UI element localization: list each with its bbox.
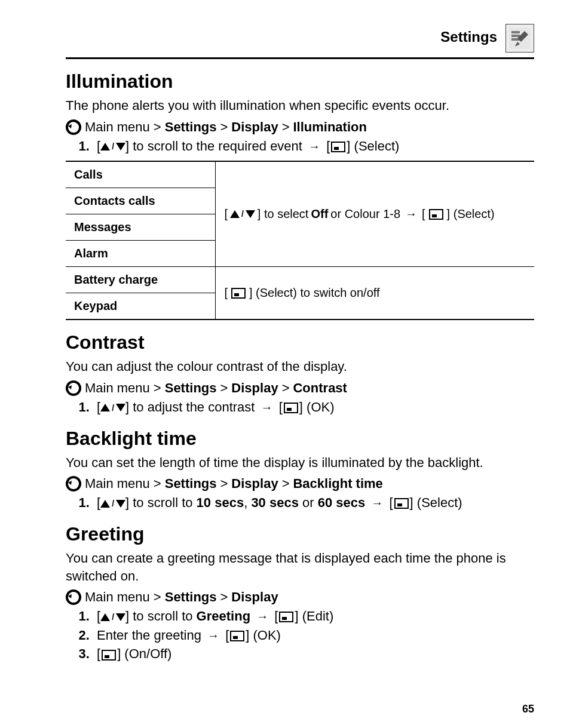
tools-icon [509,27,531,49]
nav-root: Main menu [85,118,150,136]
breadcrumb-greeting: Main menu > Settings > Display [66,588,534,606]
text: ] to scroll to [125,609,197,623]
gt: > [220,475,228,493]
event-action: [/] to select Off or Colour 1-8 → [] (Se… [216,161,534,267]
text: ] (Select) [447,206,495,222]
nav-root: Main menu [85,475,150,493]
heading-backlight: Backlight time [66,426,534,451]
heading-greeting: Greeting [66,521,534,547]
nav-arrow-icon [66,589,81,605]
settings-tools-icon [505,24,534,53]
step-1: [/] to scroll to 10 secs, 30 secs or 60 … [93,494,534,512]
softkey-icon [394,498,409,509]
arrow-right-icon: → [308,139,320,155]
event-name: Calls [66,161,216,188]
nav-p2: Display [231,379,278,397]
opt-10: 10 secs [197,495,244,510]
gt: > [220,588,228,606]
arrow-right-icon: → [256,609,268,625]
nav-arrow-icon [66,119,81,135]
text: , [244,495,251,510]
lead-greeting: You can create a greeting message that i… [66,549,534,585]
page-header: Settings [66,24,534,53]
lead-backlight: You can set the length of time the displ… [66,454,534,472]
text: ] to select [258,206,309,222]
nav-root: Main menu [85,379,150,397]
softkey-icon [279,612,293,622]
arrow-right-icon: → [405,206,417,222]
softkey-icon [230,631,244,641]
steps-greeting: [/] to scroll to Greeting → [] (Edit) En… [76,607,534,663]
gt: > [220,118,228,136]
nav-root: Main menu [85,588,150,606]
steps-illumination: [/] to scroll to the required event → []… [76,137,534,155]
text: ] (OK) [246,628,281,643]
nav-p1: Settings [165,118,217,136]
breadcrumb-illumination: Main menu > Settings > Display > Illumin… [66,118,534,136]
step-1: [/] to scroll to Greeting → [] (Edit) [93,607,534,625]
arrow-right-icon: → [207,628,219,644]
nav-p2: Display [231,475,278,493]
nav-p3: Backlight time [293,475,382,493]
text: ] to adjust the contrast [125,400,259,414]
lead-contrast: You can adjust the colour contrast of th… [66,358,534,376]
text: [ [224,285,228,301]
event-name: Alarm [66,241,216,267]
up-down-key-icon: / [100,612,125,623]
header-rule [66,57,534,59]
text: [ [274,609,278,623]
nav-p3: Illumination [293,118,366,136]
table-row: Battery charge [] (Select) to switch on/… [66,267,534,293]
arrow-right-icon: → [371,495,383,511]
text: [ [97,646,100,661]
text: or Colour 1-8 [330,206,400,222]
gt: > [154,379,161,397]
header-section-label: Settings [440,27,497,53]
gt: > [282,118,290,136]
event-name: Messages [66,214,216,241]
nav-p2: Display [231,118,278,136]
up-down-key-icon: / [100,141,125,152]
text: or [299,495,318,510]
opt-30: 30 secs [251,495,299,510]
text: [ [225,628,229,643]
text: [ [422,206,425,222]
softkey-icon [284,403,298,413]
softkey-icon [102,650,116,661]
heading-illumination: Illumination [66,69,534,94]
off-label: Off [311,206,328,222]
text: ] to scroll to [125,495,197,510]
opt-60: 60 secs [318,495,366,510]
greeting-target: Greeting [197,609,250,623]
gt: > [282,379,290,397]
nav-p1: Settings [165,379,217,397]
breadcrumb-backlight: Main menu > Settings > Display > Backlig… [66,475,534,493]
softkey-icon [331,142,345,152]
breadcrumb-contrast: Main menu > Settings > Display > Contras… [66,379,534,397]
illumination-events-table: Calls [/] to select Off or Colour 1-8 → … [66,161,534,320]
gt: > [154,475,161,493]
text: [ [389,495,393,510]
step-2: Enter the greeting → [] (OK) [93,626,534,644]
table-row: Calls [/] to select Off or Colour 1-8 → … [66,161,534,188]
heading-contrast: Contrast [66,330,534,355]
lead-illumination: The phone alerts you with illumination w… [66,97,534,115]
text: ] (Select) [410,495,462,510]
up-down-key-icon: / [230,208,255,220]
page-number: 65 [522,702,534,716]
gt: > [220,379,228,397]
text: ] to scroll to the required event [125,139,306,153]
gt: > [154,118,161,136]
event-action: [] (Select) to switch on/off [216,267,534,320]
steps-contrast: [/] to adjust the contrast → [] (OK) [76,398,534,416]
nav-arrow-icon [66,476,81,492]
softkey-icon [231,288,246,299]
gt: > [154,588,161,606]
text: ] (OK) [299,400,335,414]
step-3: [] (On/Off) [93,645,534,663]
nav-p3: Contrast [293,379,347,397]
nav-p1: Settings [165,588,217,606]
up-down-key-icon: / [100,498,125,509]
text: ] (Edit) [295,609,333,623]
up-down-key-icon: / [100,403,125,414]
